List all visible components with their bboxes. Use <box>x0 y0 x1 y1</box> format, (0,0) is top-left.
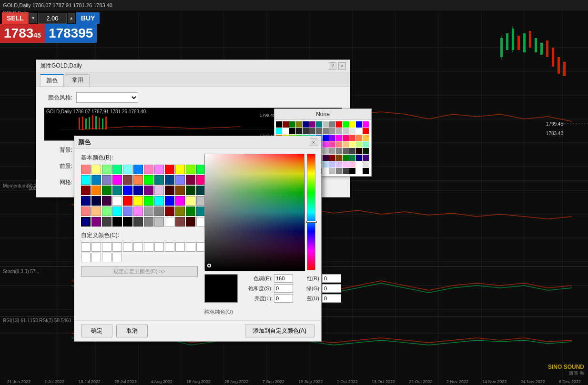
basic-color-swatch-2[interactable] <box>102 165 112 174</box>
palette-cell[interactable] <box>343 168 349 174</box>
basic-color-swatch-48[interactable] <box>81 207 91 216</box>
custom-color-swatch-10[interactable] <box>186 242 195 252</box>
palette-cell[interactable] <box>363 128 369 134</box>
palette-cell[interactable] <box>316 128 322 134</box>
basic-color-swatch-32[interactable] <box>165 186 174 195</box>
palette-cell[interactable] <box>356 161 362 168</box>
basic-color-swatch-70[interactable] <box>186 217 195 227</box>
basic-color-swatch-43[interactable] <box>154 196 164 206</box>
palette-cell[interactable] <box>349 128 355 134</box>
palette-cell[interactable] <box>356 128 362 134</box>
buy-button[interactable]: BUY <box>76 12 100 24</box>
palette-cell[interactable] <box>349 161 355 168</box>
basic-color-swatch-24[interactable] <box>81 186 91 195</box>
basic-color-swatch-9[interactable] <box>175 165 185 174</box>
basic-color-swatch-40[interactable] <box>123 196 132 206</box>
lot-increase-button[interactable]: ▲ <box>68 13 75 23</box>
basic-color-swatch-63[interactable] <box>112 217 122 227</box>
basic-color-swatch-21[interactable] <box>175 175 185 185</box>
basic-color-swatch-55[interactable] <box>154 207 164 216</box>
custom-color-swatch-0[interactable] <box>81 242 91 252</box>
palette-cell[interactable] <box>343 135 349 141</box>
palette-cell[interactable] <box>356 168 362 174</box>
custom-color-swatch-1[interactable] <box>91 242 101 252</box>
palette-cell[interactable] <box>296 128 302 134</box>
add-custom-color-button[interactable]: 添加到自定义颜色(A) <box>245 325 314 337</box>
basic-color-swatch-5[interactable] <box>133 165 143 174</box>
palette-cell[interactable] <box>356 135 362 141</box>
green-input[interactable] <box>322 284 341 293</box>
custom-color-swatch-8[interactable] <box>165 242 174 252</box>
basic-color-swatch-38[interactable] <box>102 196 112 206</box>
basic-color-swatch-45[interactable] <box>175 196 185 206</box>
palette-cell[interactable] <box>329 121 335 128</box>
basic-color-swatch-6[interactable] <box>144 165 153 174</box>
basic-color-swatch-58[interactable] <box>186 207 195 216</box>
hue-input[interactable] <box>274 274 293 283</box>
lot-size-input[interactable] <box>38 13 67 24</box>
custom-color-swatch-3[interactable] <box>112 242 122 252</box>
basic-color-swatch-16[interactable] <box>123 175 132 185</box>
palette-cell[interactable] <box>356 121 362 128</box>
palette-cell[interactable] <box>276 128 282 134</box>
palette-cell[interactable] <box>363 121 369 128</box>
basic-color-swatch-62[interactable] <box>102 217 112 227</box>
basic-color-swatch-39[interactable] <box>112 196 122 206</box>
palette-cell[interactable] <box>336 121 342 128</box>
palette-cell[interactable] <box>283 128 289 134</box>
palette-cell[interactable] <box>329 141 335 148</box>
basic-color-swatch-61[interactable] <box>91 217 101 227</box>
palette-cell[interactable] <box>349 148 355 154</box>
basic-color-swatch-53[interactable] <box>133 207 143 216</box>
sat-input[interactable] <box>274 284 293 293</box>
props-help-button[interactable]: ? <box>329 62 336 70</box>
basic-color-swatch-31[interactable] <box>154 186 164 195</box>
custom-color-swatch-14[interactable] <box>102 253 112 262</box>
basic-color-swatch-41[interactable] <box>133 196 143 206</box>
basic-color-swatch-25[interactable] <box>91 186 101 195</box>
basic-color-swatch-60[interactable] <box>81 217 91 227</box>
basic-color-swatch-68[interactable] <box>165 217 174 227</box>
basic-color-swatch-8[interactable] <box>165 165 174 174</box>
basic-color-swatch-52[interactable] <box>123 207 132 216</box>
basic-color-swatch-15[interactable] <box>112 175 122 185</box>
basic-color-swatch-64[interactable] <box>123 217 132 227</box>
sell-button[interactable]: SELL <box>2 12 29 24</box>
palette-cell[interactable] <box>363 161 369 168</box>
basic-color-swatch-12[interactable] <box>81 175 91 185</box>
basic-color-swatch-44[interactable] <box>165 196 174 206</box>
palette-cell[interactable] <box>349 121 355 128</box>
basic-color-swatch-4[interactable] <box>123 165 132 174</box>
palette-cell[interactable] <box>363 141 369 148</box>
color-cancel-button[interactable]: 取消 <box>116 325 148 337</box>
basic-color-swatch-22[interactable] <box>186 175 195 185</box>
palette-cell[interactable] <box>356 141 362 148</box>
palette-cell[interactable] <box>363 168 369 174</box>
custom-color-swatch-7[interactable] <box>154 242 164 252</box>
basic-color-swatch-20[interactable] <box>165 175 174 185</box>
palette-cell[interactable] <box>303 128 309 134</box>
palette-cell[interactable] <box>363 135 369 141</box>
palette-cell[interactable] <box>323 135 329 141</box>
red-input[interactable] <box>322 274 341 283</box>
palette-cell[interactable] <box>309 121 315 128</box>
palette-cell[interactable] <box>356 148 362 154</box>
palette-cell[interactable] <box>343 148 349 154</box>
palette-cell[interactable] <box>289 121 295 128</box>
basic-color-swatch-50[interactable] <box>102 207 112 216</box>
basic-color-swatch-7[interactable] <box>154 165 164 174</box>
basic-color-swatch-27[interactable] <box>112 186 122 195</box>
define-custom-colors-button[interactable]: 规定自定义颜色(D) >> <box>81 266 198 277</box>
basic-color-swatch-42[interactable] <box>144 196 153 206</box>
palette-cell[interactable] <box>356 155 362 161</box>
custom-color-swatch-6[interactable] <box>144 242 153 252</box>
basic-color-swatch-37[interactable] <box>91 196 101 206</box>
basic-color-swatch-1[interactable] <box>91 165 101 174</box>
basic-color-swatch-17[interactable] <box>133 175 143 185</box>
tab-color[interactable]: 颜色 <box>40 74 64 86</box>
color-style-select[interactable] <box>76 92 138 103</box>
basic-color-swatch-49[interactable] <box>91 207 101 216</box>
palette-cell[interactable] <box>336 141 342 148</box>
palette-cell[interactable] <box>309 128 315 134</box>
palette-cell[interactable] <box>343 141 349 148</box>
